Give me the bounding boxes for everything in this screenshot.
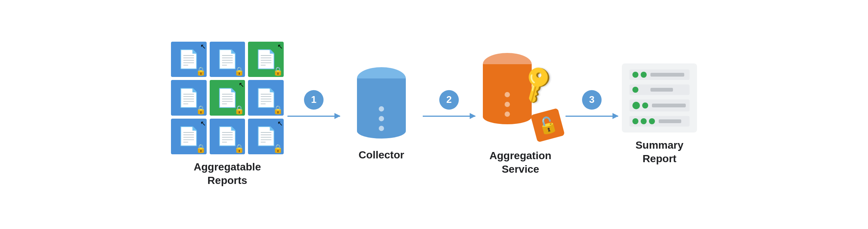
report-card-5: 📄 ↖ 🔒 [210,80,245,116]
arrow-1: 1 [284,90,344,139]
report-card-4: 📄 🔒 [171,80,207,116]
summary-row-1 [629,69,690,80]
cylinder-dot-3 [379,126,384,131]
cylinder-dot-1 [505,92,510,97]
arrow-line-1 [287,116,340,117]
dot-group [632,72,647,78]
arrow-line-2 [423,116,475,117]
aggregation-service-node: 🔑 🔓 Aggregation Service [479,53,562,176]
summary-dot-empty [641,87,647,93]
report-card-2: 📄 🔒 [210,42,245,77]
cylinder-dot-2 [505,102,510,107]
agg-service-wrapper: 🔑 🔓 [479,53,562,143]
summary-report-visual [622,63,697,133]
report-card-3: 📄 ↖ 🔒 [248,42,284,77]
summary-dot-large [632,102,640,109]
lock-icon: 🔒 [234,144,244,154]
summary-dot [632,118,638,124]
lock-card: 🔓 [531,108,565,142]
aggregation-service-label: Aggregation Service [490,149,552,176]
aggregatable-reports-label: Aggregatable Reports [194,160,261,188]
summary-line [650,88,673,92]
summary-report-node: Summary Report [622,63,697,166]
arrow-2: 2 [419,90,479,139]
summary-dot [642,102,648,108]
summary-line [650,73,684,77]
collector-cylinder [357,67,406,142]
cursor-icon: ↖ [277,119,283,128]
collector-node: Collector [344,67,419,162]
lock-open-icon: 🔓 [536,114,560,137]
lock-icon: 🔒 [196,144,206,154]
lock-icon: 🔒 [273,144,283,154]
summary-line [652,104,686,107]
summary-dot [641,72,647,78]
summary-line [659,119,681,123]
summary-report-label: Summary Report [635,139,684,166]
report-card-9: 📄 ↖ 🔒 [248,119,284,154]
cylinder-dots [379,106,384,131]
cylinder-dot-1 [379,106,384,111]
step-2-circle: 2 [439,90,459,110]
summary-dot [632,72,638,78]
flow-diagram: 📄 ↖ 🔒 📄 🔒 📄 ↖ 🔒 📄 🔒 📄 ↖ 🔒 [0,34,868,195]
lock-icon: 🔒 [196,66,206,76]
collector-label: Collector [358,148,404,162]
step-3-circle: 3 [582,90,602,110]
dot-group [632,118,655,124]
summary-row-2 [629,84,690,95]
dot-group [632,87,647,93]
report-card-6: 📄 🔒 [248,80,284,116]
cylinder-body [357,78,406,139]
lock-icon: 🔒 [234,105,244,115]
report-card-1: 📄 ↖ 🔒 [171,42,207,77]
aggregatable-reports-node: 📄 ↖ 🔒 📄 🔒 📄 ↖ 🔒 📄 🔒 📄 ↖ 🔒 [171,42,284,188]
report-card-7: 📄 ↖ 🔒 [171,119,207,154]
cylinder-dot-2 [379,116,384,121]
summary-dot [632,87,638,93]
report-card-8: 📄 🔒 [210,119,245,154]
cursor-icon: ↖ [200,119,206,128]
lock-icon: 🔒 [234,66,244,76]
summary-dot [649,118,655,124]
summary-row-3 [629,99,690,111]
summary-row-4 [629,116,690,127]
lock-icon: 🔒 [273,66,283,76]
lock-icon: 🔒 [273,105,283,115]
dot-group [632,102,648,109]
cylinder-dots [505,92,510,117]
arrow-3: 3 [562,90,622,139]
summary-dot [641,118,647,124]
lock-icon: 🔒 [196,105,206,115]
cylinder-dot-3 [505,111,510,117]
reports-grid: 📄 ↖ 🔒 📄 🔒 📄 ↖ 🔒 📄 🔒 📄 ↖ 🔒 [171,42,284,154]
arrow-line-3 [566,116,618,117]
cursor-icon: ↖ [200,42,206,51]
cursor-icon: ↖ [277,42,283,51]
step-1-circle: 1 [304,90,324,110]
cursor-icon: ↖ [239,81,244,89]
